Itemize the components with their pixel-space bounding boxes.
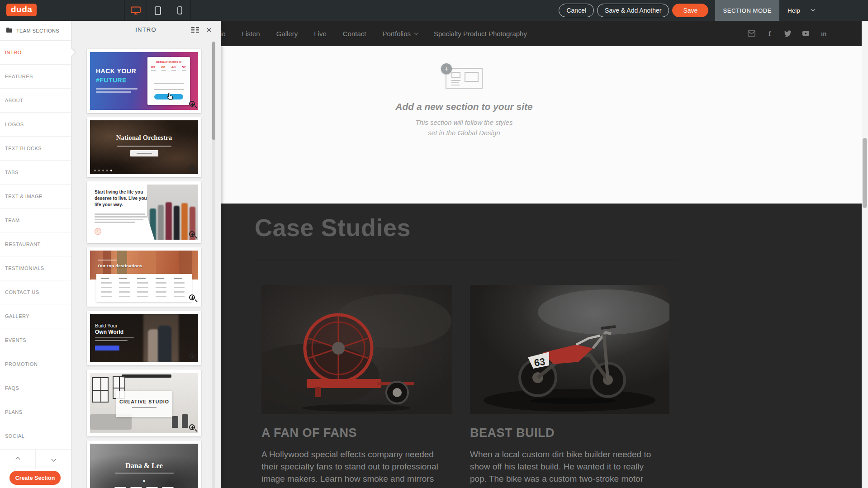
fan-machine-image <box>261 285 452 414</box>
zoom-preview-icon[interactable] <box>189 424 195 430</box>
close-icon[interactable] <box>206 24 212 36</box>
zoom-preview-icon[interactable] <box>189 101 195 107</box>
template-national-orchestra[interactable]: National Orchestra <box>87 117 201 177</box>
zoom-preview-icon[interactable] <box>189 231 195 237</box>
panel-scrollbar-thumb[interactable] <box>212 42 215 140</box>
site-nav-items: io Listen Gallery Live Contact Portfolio… <box>220 30 527 38</box>
twitter-icon[interactable] <box>784 30 792 38</box>
case-study-fan: A FAN OF FANS A Hollywood special effect… <box>261 285 452 488</box>
button-preview <box>130 150 158 156</box>
sidebar-item-faqs[interactable]: FAQS <box>0 376 71 400</box>
device-switcher <box>124 0 191 21</box>
mobile-icon <box>177 6 182 14</box>
nav-item-gallery[interactable]: Gallery <box>276 30 298 38</box>
sidebar-item-events[interactable]: EVENTS <box>0 328 71 352</box>
nav-item-specialty[interactable]: Specialty Product Photography <box>434 30 527 38</box>
case-studies-cards: A FAN OF FANS A Hollywood special effect… <box>261 285 669 488</box>
sidebar-item-about[interactable]: ABOUT <box>0 89 71 113</box>
heart-icon <box>90 479 198 483</box>
sidebar-item-text-image[interactable]: TEXT & IMAGE <box>0 185 71 208</box>
sidebar-item-team[interactable]: TEAM <box>0 208 71 232</box>
zoom-preview-icon[interactable] <box>189 353 195 359</box>
social-links <box>748 21 828 46</box>
webinar-form-card: WEBINAR STARTS IN 03 08 43 52 <box>147 57 190 105</box>
carousel-dots <box>94 170 112 171</box>
editor-topbar: duda Cancel Save & Add Another <box>0 0 868 21</box>
nav-item-contact[interactable]: Contact <box>343 30 366 38</box>
case-study-heading: A FAN OF FANS <box>261 426 452 440</box>
section-mode-badge: SECTION MODE <box>715 0 779 21</box>
duda-logo[interactable]: duda <box>6 4 37 16</box>
divider <box>255 259 677 259</box>
sidebar-header: TEAM SECTIONS <box>0 21 71 41</box>
sidebar-item-gallery[interactable]: GALLERY <box>0 304 71 328</box>
duda-editor: io Listen Gallery Live Contact Portfolio… <box>0 0 868 488</box>
sidebar-item-features[interactable]: FEATURES <box>0 65 71 89</box>
chevron-down-icon <box>811 7 816 12</box>
layout-view-icon[interactable] <box>191 27 199 35</box>
create-section-button[interactable]: Create Section <box>9 471 61 485</box>
sidebar-item-promotion[interactable]: PROMOTION <box>0 352 71 376</box>
scroll-up-button[interactable] <box>0 450 36 469</box>
svg-text:63: 63 <box>533 356 546 369</box>
sidebar-item-plans[interactable]: PLANS <box>0 400 71 424</box>
desktop-preview-button[interactable] <box>124 0 147 21</box>
button-preview <box>95 346 119 351</box>
chevron-down-icon <box>51 457 56 462</box>
sections-sidebar: TEAM SECTIONS INTRO FEATURES ABOUT LOGOS… <box>0 21 71 488</box>
tablet-preview-button[interactable] <box>147 0 169 21</box>
sidebar-pager <box>0 449 71 469</box>
nav-item-studio[interactable]: io <box>220 30 226 38</box>
links-grid <box>96 274 192 302</box>
section-title: Case Studies <box>255 213 411 242</box>
panel-header: INTRO <box>71 21 221 40</box>
linkedin-icon[interactable] <box>820 30 828 38</box>
template-dana-and-lee[interactable]: Dana & Lee <box>87 441 201 488</box>
template-list: HACK YOUR #FUTURE WEBINAR STARTS IN 03 0… <box>87 49 201 488</box>
scroll-down-button[interactable] <box>36 450 71 469</box>
template-creative-studio[interactable]: CREATIVE STUDIO <box>87 370 201 436</box>
nav-item-live[interactable]: Live <box>314 30 327 38</box>
page-scrollbar-thumb[interactable] <box>863 138 867 208</box>
dirt-bike-image: 63 <box>470 285 669 414</box>
add-section-prompt[interactable]: Add a new section to your site This sect… <box>369 68 559 138</box>
overlay-card: CREATIVE STUDIO <box>116 391 172 417</box>
save-add-another-button[interactable]: Save & Add Another <box>597 4 669 17</box>
case-study-bike: 63 BEAST BUILD When a local custom dirt … <box>470 285 669 488</box>
case-study-heading: BEAST BUILD <box>470 426 669 440</box>
email-icon[interactable] <box>748 30 755 38</box>
zoom-preview-icon[interactable] <box>189 294 195 300</box>
mobile-preview-button[interactable] <box>169 0 191 21</box>
plus-icon <box>441 63 452 74</box>
sidebar-item-logos[interactable]: LOGOS <box>0 113 71 137</box>
add-section-title: Add a new section to your site <box>369 101 559 112</box>
facebook-icon[interactable] <box>766 30 773 38</box>
page-scrollbar[interactable] <box>862 21 868 488</box>
sidebar-item-social[interactable]: SOCIAL <box>0 424 71 448</box>
folder-icon <box>6 28 12 33</box>
case-study-body: When a local custom dirt bike builder ne… <box>470 448 654 488</box>
sidebar-item-testimonials[interactable]: TESTIMONIALS <box>0 256 71 280</box>
template-build-your-own-world[interactable]: Build Your Own World <box>87 311 201 365</box>
add-section-subtitle: This section will follow the styles set … <box>369 118 559 138</box>
plus-hotspot-icon: + <box>95 228 101 235</box>
zoom-preview-icon[interactable] <box>189 165 195 171</box>
nav-item-listen[interactable]: Listen <box>242 30 260 38</box>
cancel-button[interactable]: Cancel <box>559 4 594 17</box>
template-hack-your-future[interactable]: HACK YOUR #FUTURE WEBINAR STARTS IN 03 0… <box>87 49 201 113</box>
template-top-destinations[interactable]: Our top destinations <box>87 247 201 307</box>
template-start-living[interactable]: Start living the life you deserve to liv… <box>87 181 201 243</box>
section-wireframe-icon <box>446 68 483 89</box>
case-study-body: A Hollywood special effects company need… <box>261 448 446 488</box>
nav-item-portfolios[interactable]: Portfolios <box>382 30 417 38</box>
sidebar-item-text-blocks[interactable]: TEXT BLOCKS <box>0 137 71 161</box>
topbar-actions: Cancel Save & Add Another Save SECTION M… <box>559 0 868 21</box>
youtube-icon[interactable] <box>802 30 810 38</box>
help-menu[interactable]: Help <box>779 0 868 21</box>
sidebar-item-intro[interactable]: INTRO <box>0 41 71 65</box>
sidebar-item-restaurant[interactable]: RESTAURANT <box>0 232 71 256</box>
sidebar-item-tabs[interactable]: TABS <box>0 161 71 185</box>
save-button[interactable]: Save <box>672 4 708 17</box>
sidebar-item-contact-us[interactable]: CONTACT US <box>0 280 71 304</box>
tablet-icon <box>155 6 161 15</box>
